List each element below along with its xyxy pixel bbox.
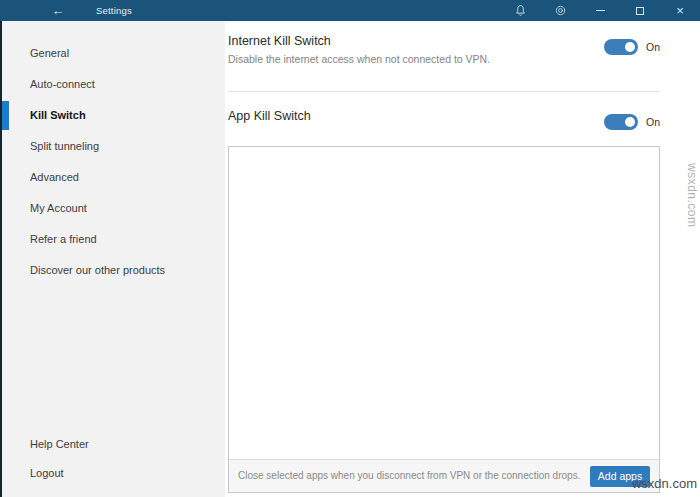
gear-icon[interactable]	[540, 0, 580, 21]
internet-kill-switch-row: Internet Kill Switch Disable the interne…	[228, 34, 660, 66]
sidebar-item-help-center[interactable]: Help Center	[0, 430, 225, 459]
internet-kill-switch-toggle-group: On	[604, 39, 660, 55]
sidebar-item-discover-products[interactable]: Discover our other products	[0, 255, 225, 286]
close-icon[interactable]: ×	[660, 0, 700, 21]
internet-kill-switch-toggle[interactable]	[604, 39, 638, 55]
sidebar-item-split-tunneling[interactable]: Split tunneling	[0, 131, 225, 162]
watermark-bottom-right: wsxdn.com	[632, 476, 697, 491]
window-title: Settings	[96, 5, 132, 16]
sidebar-item-refer-a-friend[interactable]: Refer a friend	[0, 224, 225, 255]
toggle-knob	[625, 117, 635, 127]
sidebar-item-advanced[interactable]: Advanced	[0, 162, 225, 193]
back-icon[interactable]: ←	[50, 0, 66, 21]
watermark-vertical: wsxdn.com	[685, 163, 699, 228]
sidebar: General Auto-connect Kill Switch Split t…	[0, 21, 225, 497]
internet-kill-switch-description: Disable the internet access when not con…	[228, 52, 490, 66]
titlebar-controls: ×	[500, 0, 700, 21]
app-kill-switch-row: App Kill Switch On	[228, 109, 660, 130]
window-left-edge	[0, 21, 2, 497]
internet-kill-switch-title: Internet Kill Switch	[228, 34, 490, 49]
sidebar-item-auto-connect[interactable]: Auto-connect	[0, 69, 225, 100]
app-list-empty-area[interactable]	[229, 147, 659, 459]
app-kill-switch-state: On	[646, 116, 660, 128]
selected-accent-bar	[2, 101, 9, 130]
app-kill-switch-toggle-group: On	[604, 114, 660, 130]
app-kill-switch-toggle[interactable]	[604, 114, 638, 130]
section-divider	[228, 91, 660, 92]
maximize-icon[interactable]	[620, 0, 660, 21]
kill-switch-page: Internet Kill Switch Disable the interne…	[228, 21, 660, 493]
app-kill-switch-list-box: Close selected apps when you disconnect …	[228, 146, 660, 493]
titlebar: ← Settings ×	[0, 0, 700, 21]
sidebar-item-general[interactable]: General	[0, 38, 225, 69]
app-box-footer: Close selected apps when you disconnect …	[229, 459, 659, 492]
sidebar-item-kill-switch[interactable]: Kill Switch	[0, 100, 225, 131]
app-kill-switch-title: App Kill Switch	[228, 109, 311, 124]
sidebar-footer: Help Center Logout	[0, 430, 225, 488]
internet-kill-switch-text: Internet Kill Switch Disable the interne…	[228, 34, 490, 66]
minimize-icon[interactable]	[580, 0, 620, 21]
bell-icon[interactable]	[500, 0, 540, 21]
sidebar-item-logout[interactable]: Logout	[0, 459, 225, 488]
app-box-footer-note: Close selected apps when you disconnect …	[238, 470, 583, 483]
sidebar-item-label: Kill Switch	[30, 109, 86, 121]
internet-kill-switch-state: On	[646, 41, 660, 53]
sidebar-item-my-account[interactable]: My Account	[0, 193, 225, 224]
settings-window: ← Settings ×	[0, 0, 700, 497]
sidebar-nav: General Auto-connect Kill Switch Split t…	[0, 21, 225, 286]
toggle-knob	[625, 42, 635, 52]
